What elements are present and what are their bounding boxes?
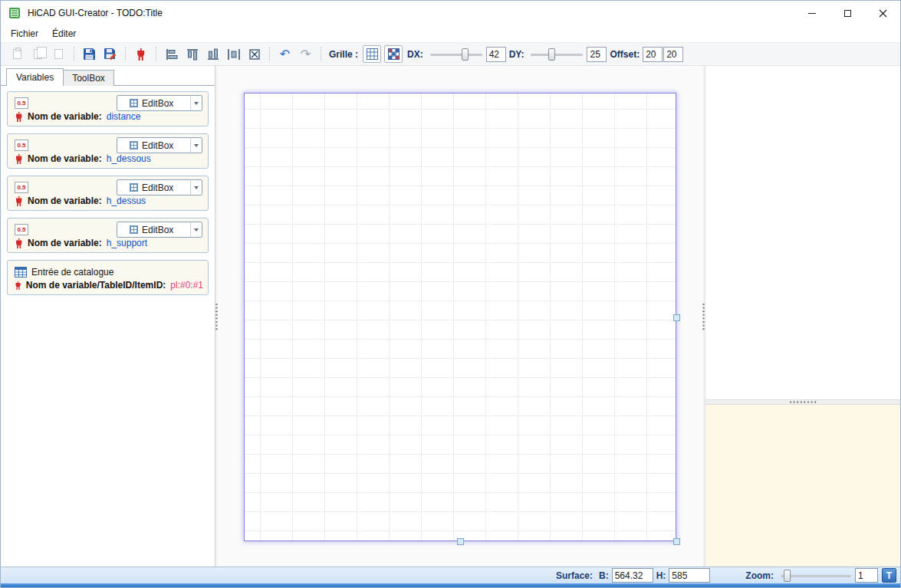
- right-panel: [705, 66, 900, 567]
- menu-fichier[interactable]: Fichier: [4, 26, 45, 41]
- dx-label: DX:: [407, 49, 423, 60]
- window-controls: [794, 1, 900, 25]
- resize-handle-bottom[interactable]: [457, 538, 464, 545]
- design-surface[interactable]: [244, 93, 676, 541]
- undo-icon: ↶: [280, 48, 290, 61]
- save-button[interactable]: [80, 45, 99, 64]
- toolbar-separator: [269, 47, 270, 61]
- width-label: B:: [599, 570, 609, 581]
- align-bottom-icon: [206, 48, 220, 61]
- toolbar-separator: [74, 47, 74, 61]
- dx-slider-thumb[interactable]: [462, 48, 469, 61]
- catalog-icon: [15, 267, 27, 278]
- variable-name-label: Nom de variable:: [28, 195, 102, 206]
- insert-variable-button[interactable]: [131, 45, 150, 64]
- cut-icon: [13, 49, 21, 59]
- status-bar: Surface: B: H: Zoom: T: [1, 567, 900, 587]
- minimize-button[interactable]: [794, 1, 830, 25]
- plug-icon: [15, 281, 21, 291]
- text-mode-toggle-button[interactable]: T: [882, 568, 896, 583]
- size-to-grid-button[interactable]: [245, 45, 264, 64]
- offset-y-input[interactable]: [663, 47, 683, 62]
- dy-slider[interactable]: [529, 47, 584, 62]
- dx-slider[interactable]: [429, 47, 484, 62]
- variables-list: 0.5 EditBox Nom de variable: distance: [1, 91, 215, 567]
- tab-variables[interactable]: Variables: [6, 68, 64, 86]
- zoom-slider-thumb[interactable]: [784, 570, 791, 582]
- app-icon: [8, 6, 21, 20]
- dy-slider-thumb[interactable]: [548, 48, 555, 61]
- variable-item-distance[interactable]: 0.5 EditBox Nom de variable: distance: [7, 91, 209, 126]
- variable-item-h-dessous[interactable]: 0.5 EditBox Nom de variable: h_dessous: [7, 133, 209, 169]
- save-icon: [83, 48, 96, 61]
- variable-name-label: Nom de variable:: [28, 153, 102, 164]
- zoom-slider[interactable]: [779, 568, 853, 583]
- dy-label: DY:: [509, 49, 524, 60]
- save-as-button[interactable]: [100, 45, 120, 64]
- tab-toolbox[interactable]: ToolBox: [63, 70, 114, 86]
- variable-name-value[interactable]: h_dessus: [107, 195, 146, 206]
- variable-name-value[interactable]: distance: [107, 111, 141, 122]
- variable-item-h-support[interactable]: 0.5 EditBox Nom de variable: h_support: [7, 218, 209, 253]
- canvas-area: [218, 66, 702, 567]
- grid-snap-icon: [388, 48, 400, 60]
- preview-panel[interactable]: [705, 405, 900, 567]
- grid-toggle-button[interactable]: [363, 45, 381, 63]
- cut-button[interactable]: [8, 45, 27, 64]
- resize-handle-right[interactable]: [673, 314, 680, 321]
- offset-x-input[interactable]: [643, 47, 663, 62]
- editbox-type-icon: 0.5: [15, 140, 28, 151]
- grille-label: Grille :: [329, 49, 358, 60]
- grid-snap-button[interactable]: [384, 45, 403, 63]
- chevron-down-icon[interactable]: [190, 138, 202, 153]
- zoom-input[interactable]: [855, 568, 878, 583]
- align-top-icon: [186, 48, 199, 61]
- chevron-down-icon[interactable]: [190, 222, 202, 237]
- control-type-dropdown[interactable]: EditBox: [117, 222, 202, 238]
- editbox-type-icon: 0.5: [15, 97, 28, 109]
- dx-input[interactable]: [486, 47, 506, 62]
- close-button[interactable]: [865, 1, 900, 25]
- title-bar: HiCAD GUI-Creator - TODO:Title: [1, 1, 900, 25]
- left-panel: Variables ToolBox 0.5 EditBox: [1, 66, 215, 567]
- chevron-down-icon[interactable]: [190, 180, 202, 195]
- resize-handle-corner[interactable]: [673, 538, 680, 545]
- copy-button[interactable]: [28, 45, 48, 64]
- plug-icon: [15, 238, 23, 248]
- surface-width-input[interactable]: [612, 568, 653, 583]
- editbox-icon: [130, 141, 138, 149]
- control-type-dropdown[interactable]: EditBox: [117, 179, 202, 195]
- plug-icon: [15, 196, 23, 206]
- menu-editer[interactable]: Éditer: [45, 26, 83, 41]
- align-bottom-button[interactable]: [203, 45, 222, 64]
- redo-button[interactable]: ↷: [296, 45, 315, 64]
- chevron-down-icon[interactable]: [190, 96, 202, 110]
- right-horizontal-splitter[interactable]: [705, 399, 900, 405]
- control-type-dropdown[interactable]: EditBox: [117, 95, 202, 111]
- redo-icon: ↷: [301, 48, 311, 61]
- variable-item-h-dessus[interactable]: 0.5 EditBox Nom de variable: h_dessus: [7, 176, 209, 211]
- control-type-dropdown[interactable]: EditBox: [117, 137, 202, 153]
- catalog-id-value[interactable]: pl:#0:#1: [170, 280, 203, 291]
- distribute-horizontal-button[interactable]: [224, 45, 243, 64]
- align-top-button[interactable]: [183, 45, 202, 64]
- property-panel[interactable]: [705, 66, 900, 399]
- paste-button[interactable]: [49, 45, 68, 64]
- surface-height-input[interactable]: [669, 568, 710, 583]
- toolbar-separator: [125, 47, 126, 61]
- catalog-entry-item[interactable]: Entrée de catalogue Nom de variable/Tabl…: [7, 260, 209, 295]
- height-label: H:: [656, 570, 666, 581]
- align-left-button[interactable]: [162, 45, 181, 64]
- variable-name-value[interactable]: h_dessous: [107, 153, 151, 164]
- dy-input[interactable]: [587, 47, 607, 62]
- window-title: HiCAD GUI-Creator - TODO:Title: [28, 8, 163, 18]
- right-splitter[interactable]: [702, 66, 705, 567]
- editbox-type-icon: 0.5: [15, 224, 28, 235]
- undo-button[interactable]: ↶: [275, 45, 294, 64]
- main-area: Variables ToolBox 0.5 EditBox: [1, 66, 900, 567]
- copy-icon: [34, 49, 42, 59]
- grid-icon: [367, 48, 378, 60]
- variable-name-value[interactable]: h_support: [107, 238, 147, 248]
- maximize-button[interactable]: [830, 1, 865, 25]
- splitter-grip-icon: [789, 401, 817, 403]
